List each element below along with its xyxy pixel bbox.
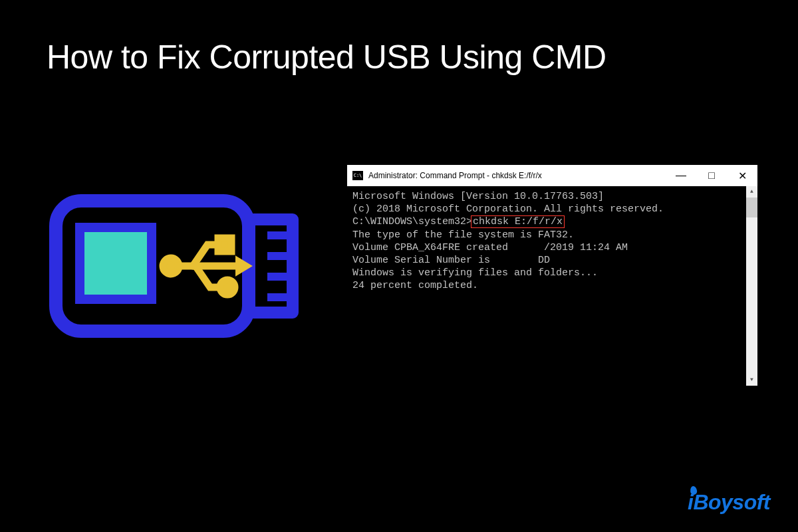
page-title: How to Fix Corrupted USB Using CMD [47,37,606,77]
output-line: Volume CPBA_X64FRE created /2019 11:24 A… [352,241,752,254]
redacted-text [496,254,538,267]
maximize-button[interactable]: □ [696,165,727,186]
scroll-thumb[interactable] [746,198,757,217]
redacted-text [514,241,544,254]
output-line: Volume Serial Number is DD [352,254,752,267]
svg-point-9 [220,280,235,295]
terminal-output[interactable]: Microsoft Windows [Version 10.0.17763.50… [347,186,757,386]
output-line: 24 percent completed. [352,279,752,292]
output-line: Microsoft Windows [Version 10.0.17763.50… [352,190,752,203]
window-controls: — □ ✕ [666,165,757,186]
scroll-down-button[interactable]: ▼ [746,374,757,386]
brand-text-post: soft [732,490,770,514]
scroll-up-button[interactable]: ▲ [746,186,757,198]
window-titlebar[interactable]: C:\ Administrator: Command Prompt - chkd… [347,165,757,186]
window-title: Administrator: Command Prompt - chkdsk E… [368,171,666,180]
minimize-button[interactable]: — [666,165,696,186]
output-line: Windows is verifying files and folders..… [352,267,752,279]
output-line: The type of the file system is FAT32. [352,229,752,241]
usb-drive-icon [48,193,311,339]
svg-rect-5 [80,227,152,299]
output-line: (c) 2018 Microsoft Corporation. All righ… [352,203,752,215]
prompt-text: C:\WINDOWS\system32> [352,216,472,227]
brand-logo: iBoysoft [688,490,770,515]
cmd-icon: C:\ [352,171,363,180]
command-prompt-window: C:\ Administrator: Command Prompt - chkd… [347,165,757,386]
svg-rect-8 [218,238,231,251]
scrollbar[interactable]: ▲ ▼ [746,186,757,386]
command-line: C:\WINDOWS\system32>chkdsk E:/f/r/x [352,215,752,228]
close-button[interactable]: ✕ [727,165,757,186]
highlighted-command: chkdsk E:/f/r/x [471,215,565,228]
